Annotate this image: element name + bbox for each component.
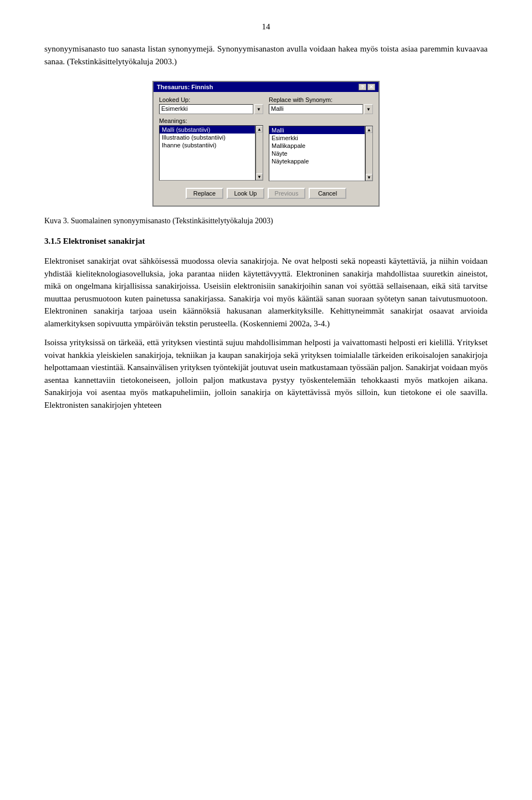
dialog-body: Looked Up: Esimerkki ▼ Replace with Syno…: [154, 92, 378, 206]
dialog-title: Thesaurus: Finnish: [157, 84, 213, 90]
dialog-help-button[interactable]: ?: [359, 84, 366, 90]
meanings-col: Meanings: Malli (substantiivi) Illustraa…: [159, 117, 263, 181]
looked-up-col: Looked Up: Esimerkki ▼: [159, 96, 263, 114]
synonyms-listbox[interactable]: Malli Esimerkki Mallikappale Näyte Näyte…: [269, 126, 365, 181]
synonym-item-1[interactable]: Esimerkki: [269, 134, 365, 142]
body-paragraph-2: Isoissa yrityksissä on tärkeää, että yri…: [44, 336, 488, 411]
meanings-item-0[interactable]: Malli (substantiivi): [160, 126, 255, 134]
page-number: 14: [44, 22, 488, 32]
dialog-title-bar: Thesaurus: Finnish ? ✕: [154, 82, 378, 92]
replace-dropdown[interactable]: ▼: [364, 104, 373, 114]
dialog-title-buttons: ? ✕: [359, 84, 375, 90]
replace-input-row: Malli ▼: [269, 104, 373, 114]
dialog-buttons: Replace Look Up Previous Cancel: [159, 184, 373, 201]
dialog-lists-row: Meanings: Malli (substantiivi) Illustraa…: [159, 117, 373, 181]
synonyms-scrollbar[interactable]: ▲ ▼: [365, 126, 373, 181]
look-up-button[interactable]: Look Up: [227, 188, 264, 199]
meanings-scrollbar[interactable]: ▲ ▼: [255, 125, 263, 181]
meanings-listbox-wrapper: Malli (substantiivi) Illustraatio (subst…: [159, 125, 263, 181]
previous-button[interactable]: Previous: [268, 188, 305, 199]
intro-paragraph: synonyymisanasto tuo sanasta listan syno…: [44, 43, 488, 68]
synonym-item-4[interactable]: Näytekappale: [269, 157, 365, 165]
dialog-close-button[interactable]: ✕: [367, 84, 375, 90]
section-heading: 3.1.5 Elektroniset sanakirjat: [44, 237, 488, 246]
dialog-wrapper: Thesaurus: Finnish ? ✕ Looked Up: Esimer…: [44, 81, 488, 207]
replace-label: Replace with Synonym:: [269, 96, 373, 103]
figure-caption: Kuva 3. Suomalainen synonyymisanasto (Te…: [44, 217, 488, 225]
meanings-item-2[interactable]: Ihanne (substantiivi): [160, 141, 255, 149]
replace-button[interactable]: Replace: [186, 188, 223, 199]
replace-col: Replace with Synonym: Malli ▼: [269, 96, 373, 114]
body-paragraph-1: Elektroniset sanakirjat ovat sähköisessä…: [44, 255, 488, 330]
cancel-button[interactable]: Cancel: [309, 188, 346, 199]
looked-up-dropdown[interactable]: ▼: [254, 104, 263, 114]
looked-up-label: Looked Up:: [159, 96, 263, 103]
synonyms-col: Malli Esimerkki Mallikappale Näyte Näyte…: [269, 117, 373, 181]
looked-up-input[interactable]: Esimerkki: [159, 104, 253, 114]
synonym-item-3[interactable]: Näyte: [269, 150, 365, 157]
synonym-item-2[interactable]: Mallikappale: [269, 142, 365, 150]
looked-up-input-row: Esimerkki ▼: [159, 104, 263, 114]
meanings-listbox[interactable]: Malli (substantiivi) Illustraatio (subst…: [159, 125, 255, 181]
dialog-top-row: Looked Up: Esimerkki ▼ Replace with Syno…: [159, 96, 373, 114]
synonyms-listbox-wrapper: Malli Esimerkki Mallikappale Näyte Näyte…: [269, 126, 373, 181]
meanings-item-1[interactable]: Illustraatio (substantiivi): [160, 134, 255, 141]
synonym-item-0[interactable]: Malli: [269, 126, 365, 134]
thesaurus-dialog: Thesaurus: Finnish ? ✕ Looked Up: Esimer…: [152, 81, 380, 207]
replace-input[interactable]: Malli: [269, 104, 363, 114]
meanings-label: Meanings:: [159, 117, 263, 124]
